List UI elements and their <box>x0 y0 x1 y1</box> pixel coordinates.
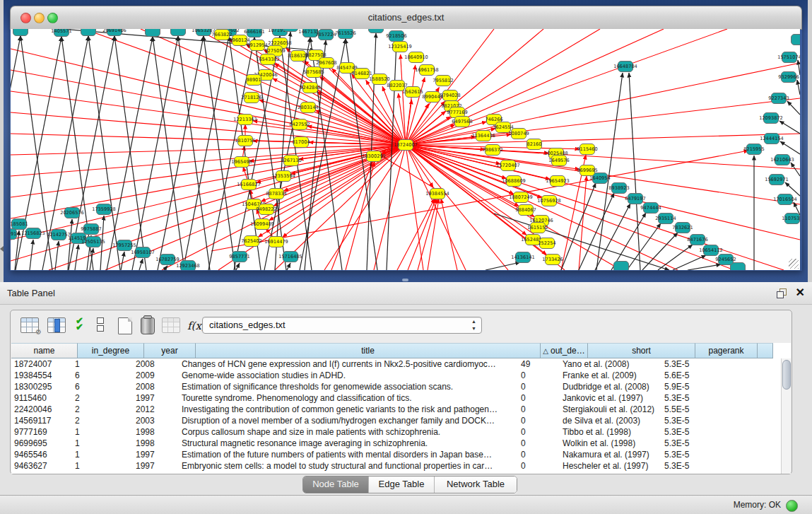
red-edge[interactable] <box>406 63 800 145</box>
cell-name[interactable]: 22420046 <box>11 404 72 415</box>
graph-node[interactable]: 9245652 <box>715 255 736 265</box>
graph-node[interactable]: 1733426 <box>542 255 563 265</box>
black-edge[interactable] <box>164 266 167 270</box>
cell-out_de[interactable]: 0 <box>518 415 560 426</box>
graph-node[interactable]: 8215955 <box>743 144 764 155</box>
column-header-title[interactable]: title <box>196 343 541 358</box>
table-settings-button[interactable]: ⚙ <box>20 317 39 333</box>
graph-node[interactable]: 15751074 <box>777 52 800 63</box>
graph-node[interactable]: 20691406 <box>102 29 126 36</box>
import-table-button[interactable] <box>162 317 180 333</box>
black-edge[interactable] <box>798 60 800 75</box>
cell-year[interactable]: 2003 <box>133 415 179 426</box>
red-edge[interactable] <box>374 145 406 270</box>
black-edge[interactable] <box>208 37 254 270</box>
table-row[interactable]: 977716911998Corpus callosum shape and si… <box>11 426 791 438</box>
cell-year[interactable]: 1997 <box>133 392 179 404</box>
graph-node[interactable] <box>81 29 96 36</box>
cell-year[interactable]: 2008 <box>133 381 179 392</box>
cell-short[interactable]: Tibbo et al. (1998) <box>560 426 661 438</box>
graph-node[interactable]: 2803144 <box>298 103 318 113</box>
cell-title[interactable]: Corpus callosum shape and size in male p… <box>179 426 518 438</box>
table-row[interactable]: 1938455462009Genome-wide association stu… <box>11 370 791 381</box>
black-edge[interactable] <box>183 36 229 270</box>
graph-node[interactable]: 1965498 <box>231 157 252 168</box>
cell-short[interactable]: de Silva et al. (2003) <box>560 415 661 426</box>
graph-node[interactable]: 15692971 <box>765 175 789 185</box>
cell-pagerank[interactable]: 5.3E-5 <box>661 426 718 438</box>
cell-in_degree[interactable]: 1 <box>72 438 133 449</box>
graph-node[interactable]: 7615526 <box>335 29 355 39</box>
table-row[interactable]: 1872400712008Changes of HCN gene express… <box>11 358 791 370</box>
black-edge[interactable] <box>158 36 204 270</box>
cell-in_degree[interactable]: 2 <box>72 392 133 404</box>
panel-collapse-arrow-icon[interactable] <box>0 246 4 252</box>
red-edge[interactable] <box>406 145 526 235</box>
cell-short[interactable]: Jankovic et al. (1997) <box>560 392 661 404</box>
cell-short[interactable]: Stergiakouli et al. (2012) <box>560 404 661 415</box>
cell-out_de[interactable]: 0 <box>518 449 560 460</box>
cell-pagerank[interactable]: 5.3E-5 <box>661 449 718 460</box>
black-edge[interactable] <box>178 36 210 270</box>
cell-pagerank[interactable]: 5.3E-5 <box>661 460 718 472</box>
black-edge[interactable] <box>797 80 800 95</box>
cell-in_degree[interactable]: 6 <box>72 370 133 381</box>
black-edge[interactable] <box>236 263 240 270</box>
cell-short[interactable]: Nakamura et al. (1997) <box>560 449 661 460</box>
cell-year[interactable]: 1997 <box>133 460 179 472</box>
cell-name[interactable]: 9777169 <box>11 426 72 438</box>
graph-node[interactable]: 16961758 <box>415 65 439 76</box>
graph-node[interactable]: 1080749 <box>508 129 529 139</box>
graph-node[interactable]: 9218506 <box>386 31 406 42</box>
graph-node[interactable]: 6466161 <box>244 29 264 37</box>
table-row[interactable]: 946554611997Estimation of the future num… <box>11 449 791 460</box>
tab-network-table[interactable]: Network Table <box>435 477 517 493</box>
cell-name[interactable]: 14569117 <box>11 415 72 426</box>
table-row[interactable]: 2242004622012Investigating the contribut… <box>11 404 791 415</box>
create-column-button[interactable] <box>118 317 132 334</box>
black-edge[interactable] <box>561 183 596 270</box>
cell-year[interactable]: 1997 <box>133 449 179 460</box>
cell-out_de[interactable]: 0 <box>518 438 560 449</box>
table-row[interactable]: 969969511998Structural magnetic resonanc… <box>11 438 791 449</box>
cell-out_de[interactable]: 0 <box>518 392 560 404</box>
cell-name[interactable]: 18300295 <box>11 381 72 392</box>
graph-node[interactable]: 8938923 <box>608 183 629 194</box>
graph-node[interactable]: 16210643 <box>770 155 794 165</box>
graph-node[interactable] <box>792 35 801 45</box>
tab-node-table[interactable]: Node Table <box>303 477 369 493</box>
graph-node[interactable]: 7986372 <box>482 145 502 156</box>
cell-in_degree[interactable]: 1 <box>72 358 133 370</box>
cell-title[interactable]: Structural magnetic resonance image aver… <box>179 438 518 449</box>
cell-in_degree[interactable]: 6 <box>72 381 133 392</box>
table-scrollbar[interactable] <box>781 358 791 474</box>
cell-year[interactable]: 2012 <box>133 404 179 415</box>
cell-out_de[interactable]: 0 <box>518 426 560 438</box>
red-edge[interactable] <box>401 54 406 145</box>
cell-year[interactable]: 1998 <box>133 426 179 438</box>
black-edge[interactable] <box>132 36 178 270</box>
graph-node[interactable]: 7955812 <box>433 76 453 86</box>
cell-in_degree[interactable]: 2 <box>72 404 133 415</box>
black-edge[interactable] <box>55 241 59 270</box>
float-panel-icon[interactable] <box>777 288 787 298</box>
cell-title[interactable]: Genome-wide association studies in ADHD. <box>179 370 518 381</box>
cell-year[interactable]: 2009 <box>133 370 179 381</box>
cell-name[interactable]: 19384554 <box>11 370 72 381</box>
table-row[interactable]: 911546021997Tourette syndrome. Phenomeno… <box>11 392 791 404</box>
graph-node[interactable]: 8813054 <box>365 29 386 33</box>
graph-node[interactable]: 82160 <box>527 139 542 150</box>
graph-node[interactable]: 9884067 <box>515 205 536 216</box>
graph-node[interactable]: 7832621 <box>672 223 693 233</box>
table-selector-dropdown[interactable]: citations_edges.txt ▲▼ <box>202 317 482 334</box>
graph-node[interactable]: 2718126 <box>241 93 261 103</box>
black-edge[interactable] <box>787 101 800 115</box>
black-edge[interactable] <box>780 141 800 154</box>
black-edge[interactable] <box>779 121 800 134</box>
cell-short[interactable]: Yano et al. (2008) <box>560 358 661 370</box>
graph-node[interactable]: 252254 <box>538 238 555 249</box>
graph-node[interactable]: 10688609 <box>502 176 526 187</box>
graph-node[interactable]: 7625402 <box>241 236 261 247</box>
black-edge[interactable] <box>107 37 153 270</box>
graph-node[interactable]: 14136141 <box>511 252 535 263</box>
